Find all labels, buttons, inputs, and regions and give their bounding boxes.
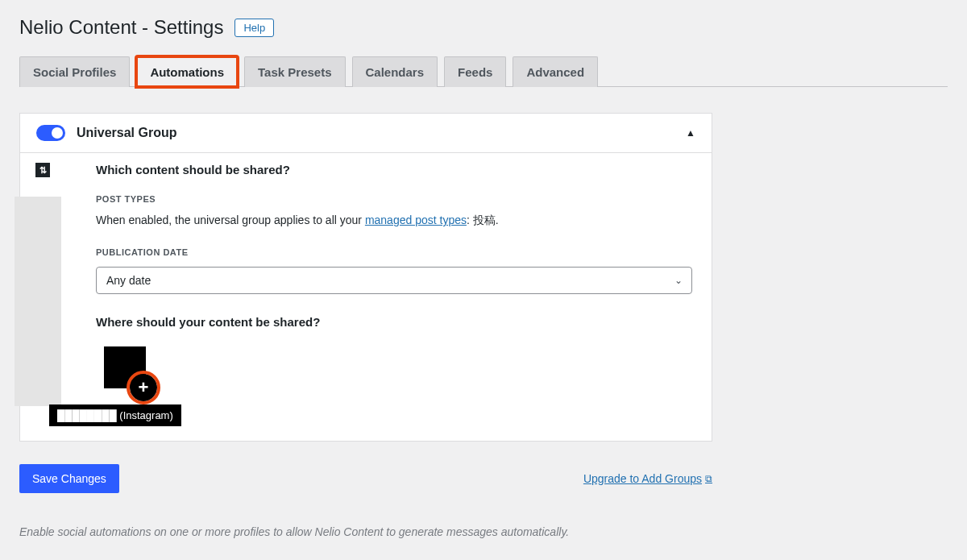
- tab-feeds[interactable]: Feeds: [444, 56, 506, 87]
- tab-advanced[interactable]: Advanced: [513, 56, 598, 87]
- collapse-caret-icon[interactable]: ▲: [686, 127, 695, 139]
- post-types-description: When enabled, the universal group applie…: [96, 214, 692, 228]
- universal-group-panel: Universal Group ▲ ⇅ Which content should…: [19, 113, 712, 442]
- tab-task-presets[interactable]: Task Presets: [244, 56, 345, 87]
- help-button[interactable]: Help: [234, 19, 274, 37]
- profile-tooltip: ████████ (Instagram): [49, 404, 181, 426]
- page-title: Nelio Content - Settings: [19, 16, 223, 39]
- post-types-label: POST TYPES: [96, 194, 692, 204]
- group-enable-toggle[interactable]: [36, 125, 65, 141]
- publication-date-label: PUBLICATION DATE: [96, 247, 692, 257]
- tooltip-platform: (Instagram): [119, 409, 172, 421]
- managed-post-types-link[interactable]: managed post types: [365, 214, 467, 226]
- where-share-heading: Where should your content be shared?: [96, 315, 692, 329]
- upgrade-link-text: Upgrade to Add Groups: [583, 472, 702, 485]
- sidebar-placeholder: [15, 197, 61, 406]
- panel-title: Universal Group: [77, 126, 674, 140]
- social-profile-avatar[interactable]: +: [104, 346, 146, 388]
- add-profile-button[interactable]: +: [130, 374, 157, 401]
- sort-icon[interactable]: ⇅: [35, 163, 50, 177]
- post-types-suffix: : 投稿.: [467, 214, 499, 226]
- external-link-icon: ⧉: [705, 473, 712, 484]
- tab-automations[interactable]: Automations: [136, 56, 238, 87]
- upgrade-link[interactable]: Upgrade to Add Groups ⧉: [583, 472, 712, 485]
- panel-header[interactable]: Universal Group ▲: [20, 114, 712, 153]
- footer-note: Enable social automations on one or more…: [19, 525, 948, 538]
- content-share-heading: Which content should be shared?: [96, 163, 692, 176]
- tab-calendars[interactable]: Calendars: [352, 56, 438, 87]
- save-changes-button[interactable]: Save Changes: [19, 464, 119, 493]
- publication-date-select[interactable]: Any date: [96, 267, 692, 294]
- tabs-nav: Social Profiles Automations Task Presets…: [19, 56, 948, 87]
- tab-social-profiles[interactable]: Social Profiles: [19, 56, 130, 87]
- post-types-prefix: When enabled, the universal group applie…: [96, 214, 365, 226]
- redacted-name: ████████: [57, 409, 117, 421]
- plus-icon: +: [139, 379, 149, 396]
